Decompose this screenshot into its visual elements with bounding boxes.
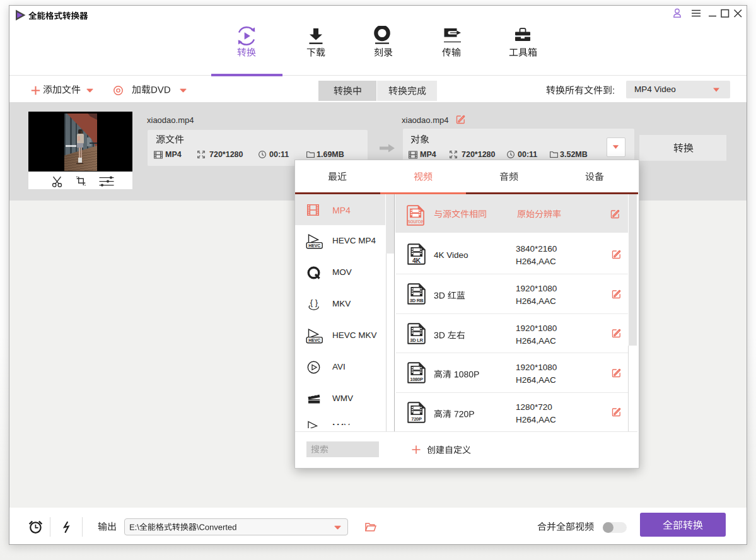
svg-text:4K: 4K <box>412 257 421 264</box>
svg-text:3D LR: 3D LR <box>410 337 423 342</box>
svg-text:{ }: { } <box>310 298 318 307</box>
svg-text:HEVC: HEVC <box>308 243 320 247</box>
svg-text:720P: 720P <box>411 416 422 421</box>
svg-text:1080P: 1080P <box>410 376 423 382</box>
svg-text:source: source <box>408 219 424 225</box>
svg-text:HEVC: HEVC <box>308 337 320 342</box>
svg-text:3D RB: 3D RB <box>410 298 424 303</box>
